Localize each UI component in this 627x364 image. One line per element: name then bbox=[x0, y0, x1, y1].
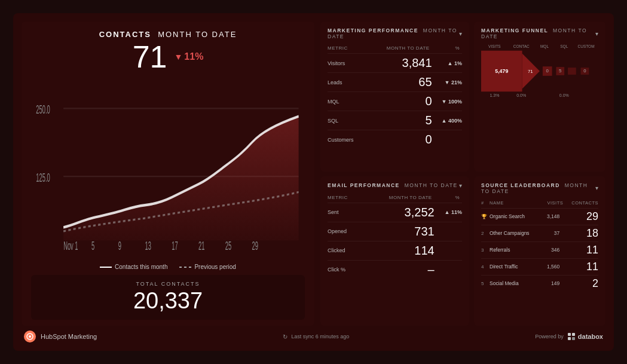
funnel-col-visits: VISITS bbox=[484, 44, 504, 48]
metric-value: 3,841 bbox=[366, 54, 432, 73]
table-row: Leads 65 ▼ 21% bbox=[328, 73, 462, 92]
source-leaderboard-panel: SOURCE LEADERBOARD MONTH TO DATE ▾ # NAM… bbox=[474, 176, 605, 326]
svg-text:25: 25 bbox=[225, 239, 231, 252]
email-metric-change: ▲ 11% bbox=[435, 203, 462, 222]
email-perf-header: EMAIL PERFORMANCE MONTH TO DATE ▾ bbox=[328, 182, 462, 189]
sync-icon: ↻ bbox=[283, 334, 287, 340]
svg-text:5,479: 5,479 bbox=[495, 68, 508, 74]
metric-change: ▲ 1% bbox=[432, 54, 462, 73]
funnel-col-headers: VISITS CONTAC MQL SQL CUSTOM bbox=[481, 44, 598, 48]
contacts-count: 2 bbox=[563, 275, 598, 292]
email-metric-change bbox=[435, 241, 462, 260]
svg-text:5: 5 bbox=[91, 239, 94, 252]
sync-text: Last sync 6 minutes ago bbox=[291, 334, 349, 339]
email-metric-name: Sent bbox=[328, 203, 363, 222]
funnel-header: MARKETING FUNNEL MONTH TO DATE ▾ bbox=[481, 27, 598, 39]
metric-name: Leads bbox=[328, 73, 366, 92]
lb-col-visits: VISITS bbox=[542, 199, 563, 209]
visits-count: 149 bbox=[542, 275, 563, 292]
leaderboard-title: SOURCE LEADERBOARD MONTH TO DATE bbox=[481, 182, 595, 194]
email-metric-value: – bbox=[363, 260, 434, 279]
marketing-perf-dropdown[interactable]: ▾ bbox=[459, 30, 462, 37]
list-item: 2 Other Campaigns 37 18 bbox=[481, 225, 598, 241]
source-name: Social Media bbox=[490, 275, 542, 292]
metric-value: 65 bbox=[366, 73, 432, 92]
col-metric: Metric bbox=[328, 44, 366, 54]
email-perf-dropdown[interactable]: ▾ bbox=[459, 182, 462, 189]
funnel-col-contacts: CONTAC bbox=[511, 44, 531, 48]
svg-text:0: 0 bbox=[583, 68, 586, 74]
svg-text:29: 29 bbox=[252, 239, 258, 252]
svg-rect-26 bbox=[572, 333, 575, 336]
metric-name: SQL bbox=[328, 111, 366, 130]
email-metric-value: 114 bbox=[363, 241, 434, 260]
rank-cell: 2 bbox=[481, 225, 490, 241]
right-bottom-row: EMAIL PERFORMANCE MONTH TO DATE ▾ Metric… bbox=[320, 176, 605, 326]
svg-text:21: 21 bbox=[198, 239, 204, 252]
contacts-chart-svg: 250.0 125.0 Nov 1 5 9 13 17 21 25 29 bbox=[31, 77, 305, 260]
table-row: MQL 0 ▼ 100% bbox=[328, 92, 462, 111]
marketing-perf-title: MARKETING PERFORMANCE MONTH TO DATE bbox=[328, 27, 459, 39]
funnel-pct-2: 0.0% bbox=[511, 93, 531, 97]
change-percent: 11% bbox=[184, 51, 203, 62]
svg-text:Nov 1: Nov 1 bbox=[63, 239, 78, 252]
funnel-pct-5 bbox=[577, 93, 595, 97]
table-row: Customers 0 bbox=[328, 130, 462, 149]
powered-by-text: Powered by bbox=[535, 334, 564, 339]
marketing-funnel-panel: MARKETING FUNNEL MONTH TO DATE ▾ VISITS … bbox=[474, 22, 605, 172]
marketing-perf-header: MARKETING PERFORMANCE MONTH TO DATE ▾ bbox=[328, 27, 462, 39]
metric-change bbox=[432, 130, 462, 149]
lb-col-name: NAME bbox=[490, 199, 542, 209]
leaderboard-dropdown[interactable]: ▾ bbox=[595, 185, 598, 191]
rank-cell: 3 bbox=[481, 241, 490, 258]
email-metric-change bbox=[435, 222, 462, 241]
email-metric-change bbox=[435, 260, 462, 279]
funnel-col-sql: SQL bbox=[558, 44, 571, 48]
funnel-pct-3 bbox=[538, 93, 551, 97]
metric-change: ▲ 400% bbox=[432, 111, 462, 130]
list-item: 3 Referrals 346 11 bbox=[481, 241, 598, 258]
chart-legend: Contacts this month Previous period bbox=[31, 264, 305, 270]
contacts-count: 18 bbox=[563, 225, 598, 241]
svg-text:250.0: 250.0 bbox=[36, 103, 50, 116]
email-metric-value: 731 bbox=[363, 222, 434, 241]
table-row: Clicked 114 bbox=[328, 241, 462, 260]
source-name: Other Campaigns bbox=[490, 225, 542, 241]
contacts-number-row: 71 ▼ 11% bbox=[31, 41, 305, 72]
databox-logo-icon bbox=[567, 332, 576, 341]
legend-previous-line bbox=[179, 267, 191, 268]
contacts-count: 29 bbox=[563, 208, 598, 225]
svg-text:9: 9 bbox=[118, 239, 121, 252]
email-metric-value: 3,252 bbox=[363, 203, 434, 222]
change-arrow-icon: ▼ bbox=[174, 52, 182, 62]
right-top-row: MARKETING PERFORMANCE MONTH TO DATE ▾ Me… bbox=[320, 22, 605, 172]
metric-name: Customers bbox=[328, 130, 366, 149]
metric-value: 5 bbox=[366, 111, 432, 130]
databox-label: databox bbox=[578, 333, 603, 340]
funnel-dropdown[interactable]: ▾ bbox=[595, 30, 598, 37]
hubspot-icon bbox=[24, 331, 36, 342]
chart-area: 250.0 125.0 Nov 1 5 9 13 17 21 25 29 bbox=[31, 77, 305, 260]
total-contacts-section: TOTAL CONTACTS 20,337 bbox=[31, 275, 305, 320]
visits-count: 1,560 bbox=[542, 258, 563, 275]
email-col-month: Month to date bbox=[363, 194, 434, 203]
svg-text:71: 71 bbox=[528, 69, 533, 74]
email-perf-table: Metric Month to date % Sent 3,252 ▲ 11% … bbox=[328, 194, 462, 279]
contacts-value: 71 bbox=[133, 41, 167, 72]
funnel-percentages: 1.3% 0.0% 0.0% bbox=[481, 93, 598, 97]
contacts-title: CONTACTS MONTH TO DATE bbox=[31, 30, 305, 39]
email-metric-name: Clicked bbox=[328, 241, 363, 260]
metric-name: MQL bbox=[328, 92, 366, 111]
svg-text:0: 0 bbox=[546, 68, 549, 74]
source-name: Referrals bbox=[490, 241, 542, 258]
table-row: Opened 731 bbox=[328, 222, 462, 241]
col-percent: % bbox=[432, 44, 462, 54]
funnel-title: MARKETING FUNNEL MONTH TO DATE bbox=[481, 27, 595, 39]
contacts-change: ▼ 11% bbox=[174, 51, 203, 62]
list-item: 4 Direct Traffic 1,560 11 bbox=[481, 258, 598, 275]
source-name: Direct Traffic bbox=[490, 258, 542, 275]
hubspot-logo-icon bbox=[26, 333, 33, 340]
funnel-col-custom: CUSTOM bbox=[577, 44, 595, 48]
table-row: SQL 5 ▲ 400% bbox=[328, 111, 462, 130]
visits-count: 3,148 bbox=[542, 208, 563, 225]
